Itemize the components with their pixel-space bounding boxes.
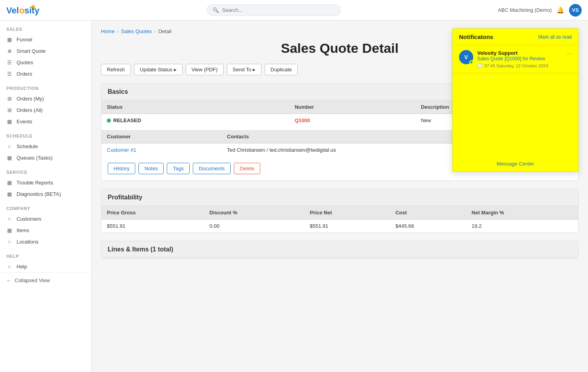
sidebar-section-help: HELP bbox=[0, 247, 91, 261]
refresh-button[interactable]: Refresh bbox=[101, 64, 131, 75]
sidebar-item-label-orders-all: Orders (All) bbox=[17, 107, 43, 113]
notification-avatar: V bbox=[459, 50, 473, 64]
profitability-header: Profitability bbox=[101, 189, 578, 206]
notification-more-button[interactable]: ··· bbox=[567, 50, 572, 68]
funnel-icon: ▦ bbox=[6, 37, 13, 43]
notification-content: Velosity Support Sales Quote [Q1000] for… bbox=[477, 50, 563, 68]
breadcrumb-sep-1: › bbox=[117, 28, 119, 34]
sidebar-item-label-locations: Locations bbox=[17, 239, 39, 245]
col-cost: Cost bbox=[390, 206, 466, 219]
svg-text:o: o bbox=[19, 6, 24, 15]
message-center-link[interactable]: Message Center bbox=[497, 161, 534, 167]
notification-sender: Velosity Support bbox=[477, 50, 563, 56]
orders-all-icon: ⊞ bbox=[6, 107, 13, 113]
sidebar-item-events[interactable]: ▦Events bbox=[0, 116, 91, 127]
search-bar[interactable]: 🔍 bbox=[207, 4, 341, 16]
cost-cell: $445.68 bbox=[390, 219, 466, 233]
top-bar: Vel o sity 🔍 ABC Machining (Demo) 🔔 VS bbox=[0, 0, 588, 20]
send-to-button[interactable]: Send To ▸ bbox=[227, 64, 261, 75]
sidebar-item-help[interactable]: ○Help bbox=[0, 261, 91, 272]
profitability-content: Price Gross Discount % Price Net Cost Ne… bbox=[101, 206, 578, 232]
sidebar-section-sales: SALES bbox=[0, 20, 91, 34]
content-inner: Notificatons Mark all as read V Velosity… bbox=[101, 28, 579, 259]
sidebar-item-label-funnel: Funnel bbox=[17, 37, 32, 43]
profitability-row: $551.91 0.00 $551.91 $445.68 19.2 bbox=[101, 219, 578, 233]
documents-tab-button[interactable]: Documents bbox=[193, 163, 231, 174]
user-avatar[interactable]: VS bbox=[569, 4, 582, 17]
collapsed-view-button[interactable]: ← Collapsed View bbox=[0, 272, 91, 288]
queues-tasks-icon: ▦ bbox=[6, 155, 13, 161]
profitability-card: Profitability Price Gross Discount % Pri… bbox=[101, 189, 579, 233]
sidebar-item-label-orders: Orders bbox=[17, 71, 32, 77]
breadcrumb-home[interactable]: Home bbox=[101, 28, 115, 34]
sidebar-item-label-quotes: Quotes bbox=[17, 60, 33, 65]
quote-number-link[interactable]: Q1000 bbox=[295, 117, 310, 123]
notification-body: V Velosity Support Sales Quote [Q1000] f… bbox=[453, 45, 578, 156]
lines-items-card: Lines & Items (1 total) bbox=[101, 241, 579, 259]
lines-items-header: Lines & Items (1 total) bbox=[101, 241, 578, 258]
app-wrapper: Vel o sity 🔍 ABC Machining (Demo) 🔔 VS S… bbox=[0, 0, 588, 372]
top-right: ABC Machining (Demo) 🔔 VS bbox=[498, 4, 582, 17]
delete-tab-button[interactable]: Delete bbox=[234, 163, 261, 174]
col-price-net: Price Net bbox=[304, 206, 390, 219]
duplicate-button[interactable]: Duplicate bbox=[265, 64, 298, 75]
customer-link[interactable]: Customer #1 bbox=[107, 147, 136, 153]
search-input[interactable] bbox=[222, 7, 335, 13]
update-status-button[interactable]: Update Status ▸ bbox=[134, 64, 183, 75]
sidebar-item-orders-my[interactable]: ⊞Orders (My) bbox=[0, 93, 91, 104]
view-pdf-button[interactable]: View (PDF) bbox=[186, 64, 224, 75]
clock-icon: 🕐 bbox=[477, 63, 483, 68]
items-icon: ▦ bbox=[6, 227, 13, 233]
col-status: Status bbox=[101, 100, 289, 114]
sidebar-item-orders-all[interactable]: ⊞Orders (All) bbox=[0, 104, 91, 116]
sidebar-item-queues-tasks[interactable]: ▦Queues (Tasks) bbox=[0, 152, 91, 164]
sidebar-item-customers[interactable]: ○Customers bbox=[0, 213, 91, 225]
mark-all-read-button[interactable]: Mark all as read bbox=[538, 34, 572, 40]
smart-quote-icon: ⊕ bbox=[6, 48, 13, 54]
schedule-icon: ○ bbox=[6, 143, 13, 149]
sidebar-section-schedule: SCHEDULE bbox=[0, 127, 91, 141]
sidebar-item-schedule[interactable]: ○Schedule bbox=[0, 141, 91, 152]
sidebar-section-service: SERVICE bbox=[0, 164, 91, 177]
svg-text:Vel: Vel bbox=[6, 6, 19, 15]
sidebar-item-label-events: Events bbox=[17, 119, 32, 125]
status-dot bbox=[107, 119, 111, 123]
tags-tab-button[interactable]: Tags bbox=[167, 163, 189, 174]
customers-icon: ○ bbox=[6, 216, 13, 222]
locations-icon: ○ bbox=[6, 239, 13, 245]
diagnostics-beta-icon: ▦ bbox=[6, 191, 13, 197]
sidebar-item-trouble-reports[interactable]: ▦Trouble Reports bbox=[0, 177, 91, 188]
sidebar-item-label-queues-tasks: Queues (Tasks) bbox=[17, 155, 52, 161]
notification-footer: Message Center bbox=[453, 156, 578, 171]
col-number: Number bbox=[289, 100, 415, 114]
notification-title: Notificatons bbox=[459, 33, 493, 40]
breadcrumb-sales-quotes[interactable]: Sales Quotes bbox=[121, 28, 152, 34]
trouble-reports-icon: ▦ bbox=[6, 180, 13, 186]
sidebar-item-items[interactable]: ▦Items bbox=[0, 225, 91, 236]
col-customer: Customer bbox=[101, 130, 222, 143]
profitability-table: Price Gross Discount % Price Net Cost Ne… bbox=[101, 206, 578, 232]
online-dot bbox=[469, 60, 473, 64]
sidebar-item-locations[interactable]: ○Locations bbox=[0, 236, 91, 247]
col-net-margin: Net Margin % bbox=[466, 206, 578, 219]
company-name: ABC Machining (Demo) bbox=[498, 7, 552, 13]
sidebar-item-funnel[interactable]: ▦Funnel bbox=[0, 34, 91, 45]
bell-icon[interactable]: 🔔 bbox=[556, 6, 564, 14]
sidebar-item-smart-quote[interactable]: ⊕Smart Quote bbox=[0, 45, 91, 57]
notification-message[interactable]: Sales Quote [Q1000] for Review bbox=[477, 56, 563, 61]
price-gross-cell: $551.91 bbox=[101, 219, 204, 233]
customer-cell: Customer #1 bbox=[101, 143, 222, 157]
sidebar: SALES▦Funnel⊕Smart Quote☰Quotes☰OrdersPR… bbox=[0, 20, 91, 372]
status-cell: RELEASED bbox=[101, 114, 289, 127]
sidebar-item-orders[interactable]: ☰Orders bbox=[0, 68, 91, 80]
discount-cell: 0.00 bbox=[204, 219, 304, 233]
logo: Vel o sity bbox=[6, 3, 50, 17]
breadcrumb-detail: Detail bbox=[158, 28, 171, 34]
sidebar-item-quotes[interactable]: ☰Quotes bbox=[0, 57, 91, 68]
notes-tab-button[interactable]: Notes bbox=[138, 163, 164, 174]
status-released: RELEASED bbox=[107, 117, 284, 123]
svg-text:sity: sity bbox=[24, 6, 40, 15]
breadcrumb-sep-2: › bbox=[154, 28, 156, 34]
history-tab-button[interactable]: History bbox=[108, 163, 135, 174]
sidebar-item-diagnostics-beta[interactable]: ▦Diagnostics (BETA) bbox=[0, 188, 91, 200]
